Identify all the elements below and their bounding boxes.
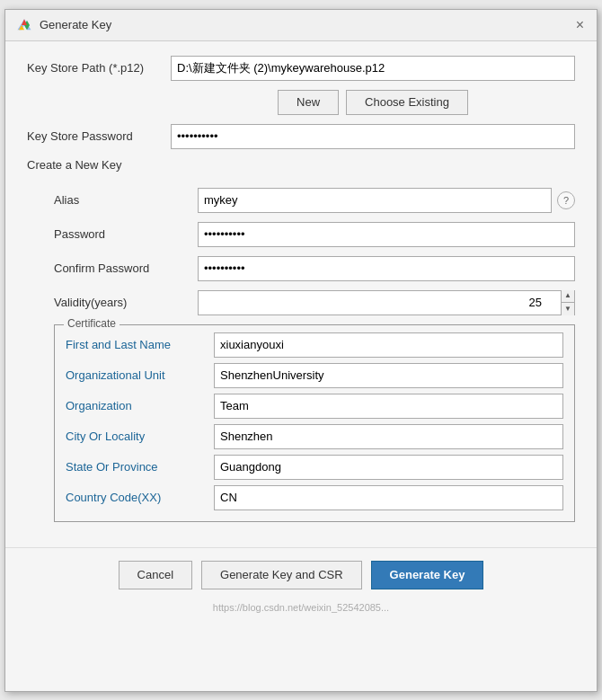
cert-first-last-name-label: First and Last Name (66, 338, 214, 351)
dialog-content: Key Store Path (*.p12) New Choose Existi… (5, 41, 597, 536)
certificate-legend: Certificate (64, 317, 120, 330)
cert-org-input[interactable] (214, 394, 563, 419)
generate-key-button[interactable]: Generate Key (371, 561, 484, 589)
close-button[interactable]: × (574, 18, 586, 32)
validity-input[interactable] (199, 291, 561, 315)
generate-key-dialog: Generate Key × Key Store Path (*.p12) Ne… (4, 9, 598, 692)
create-new-key-label: Create a New Key (27, 158, 122, 172)
cert-org-unit-input[interactable] (214, 363, 563, 388)
google-drive-icon (16, 17, 32, 33)
key-password-row: Password (54, 222, 575, 247)
keystore-button-row: New Choose Existing (171, 90, 575, 115)
watermark: https://blog.csdn.net/weixin_52542085... (5, 602, 597, 616)
title-bar: Generate Key × (5, 10, 597, 41)
alias-input[interactable] (198, 188, 552, 213)
keystore-path-label: Key Store Path (*.p12) (27, 61, 171, 75)
validity-spinner: ▲ ▼ (561, 290, 574, 315)
cert-org-label: Organization (66, 399, 214, 412)
validity-row: Validity(years) ▲ ▼ (54, 290, 575, 315)
alias-help-icon[interactable]: ? (557, 191, 575, 209)
title-bar-left: Generate Key (16, 17, 111, 33)
keystore-password-row: Key Store Password (27, 124, 575, 149)
cert-state-row: State Or Province (66, 455, 563, 480)
validity-increment-button[interactable]: ▲ (562, 290, 574, 304)
cert-country-row: Country Code(XX) (66, 485, 563, 510)
create-new-key-section: Create a New Key (27, 158, 575, 179)
confirm-password-input[interactable] (198, 256, 575, 281)
keystore-password-input[interactable] (171, 124, 575, 149)
generate-key-csr-button[interactable]: Generate Key and CSR (201, 561, 362, 589)
keystore-password-label: Key Store Password (27, 129, 171, 143)
bottom-bar: Cancel Generate Key and CSR Generate Key (5, 547, 597, 602)
key-password-label: Password (54, 227, 198, 241)
validity-decrement-button[interactable]: ▼ (562, 303, 574, 315)
cancel-button[interactable]: Cancel (119, 561, 192, 589)
key-password-input[interactable] (198, 222, 575, 247)
alias-row: Alias ? (54, 188, 575, 213)
validity-input-wrap: ▲ ▼ (198, 290, 575, 315)
cert-org-row: Organization (66, 394, 563, 419)
new-button[interactable]: New (278, 90, 339, 115)
choose-existing-button[interactable]: Choose Existing (346, 90, 468, 115)
keystore-path-input[interactable] (171, 56, 575, 81)
certificate-group: Certificate First and Last Name Organiza… (54, 324, 575, 522)
cert-org-unit-label: Organizational Unit (66, 368, 214, 382)
cert-first-last-name-input[interactable] (214, 332, 563, 358)
cert-country-label: Country Code(XX) (66, 491, 214, 504)
keystore-path-row: Key Store Path (*.p12) (27, 56, 575, 81)
cert-city-label: City Or Locality (66, 430, 214, 443)
alias-label: Alias (54, 193, 198, 207)
confirm-password-label: Confirm Password (54, 261, 198, 275)
cert-first-last-name-row: First and Last Name (66, 332, 563, 358)
cert-city-row: City Or Locality (66, 424, 563, 449)
cert-org-unit-row: Organizational Unit (66, 363, 563, 388)
cert-city-input[interactable] (214, 424, 563, 449)
dialog-title: Generate Key (40, 18, 111, 31)
confirm-password-row: Confirm Password (54, 256, 575, 281)
cert-state-label: State Or Province (66, 460, 214, 474)
cert-state-input[interactable] (214, 455, 563, 480)
validity-label: Validity(years) (54, 296, 198, 309)
cert-country-input[interactable] (214, 485, 563, 510)
